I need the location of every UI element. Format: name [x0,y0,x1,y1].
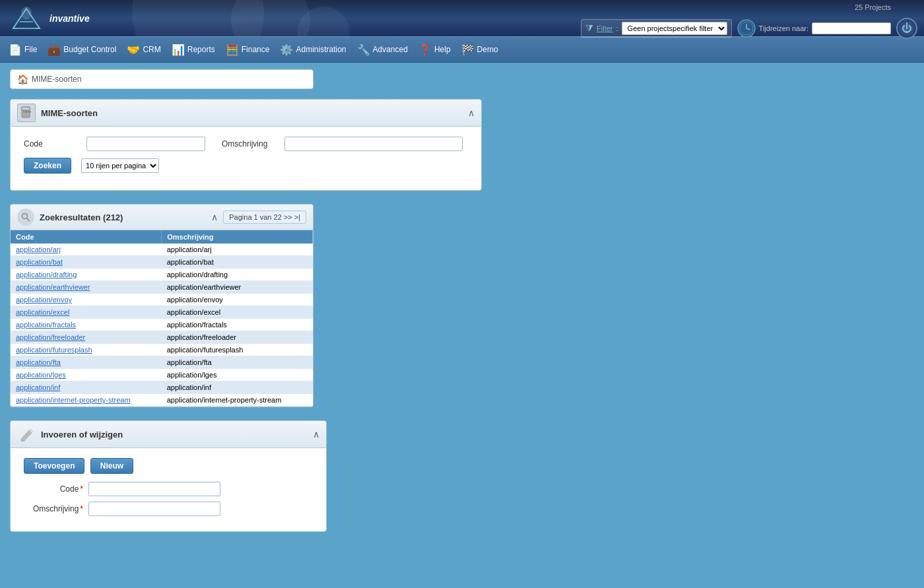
nav-item-budget-control[interactable]: 💼 Budget Control [42,41,121,59]
code-row: Code Omschrijving [24,137,468,151]
row-omschrijving: application/arj [162,244,313,256]
nav-label-file: File [24,45,37,54]
row-omschrijving: application/inf [162,381,313,394]
col-header-omschrijving: Omschrijving [162,230,313,244]
row-code[interactable]: application/inf [16,383,60,391]
action-row: Zoeken 10 rijen per pagina 25 rijen per … [24,158,468,174]
table-row[interactable]: application/envoyapplication/envoy [11,294,313,306]
table-row[interactable]: application/draftingapplication/drafting [11,269,313,281]
row-omschrijving: application/futuresplash [162,344,313,356]
table-row[interactable]: application/internet-property-streamappl… [11,394,313,407]
tijdreizen-section: Tijdreizen naar: [737,19,891,38]
results-table: Code Omschrijving application/arjapplica… [11,230,313,407]
table-row[interactable]: application/excelapplication/excel [11,306,313,319]
row-code[interactable]: application/fractals [16,321,76,329]
edit-panel-body: Toevoegen Nieuw Code* Omschrijving* [11,448,326,531]
nav-item-crm[interactable]: 🤝 CRM [121,41,166,59]
mime-icon: mime [17,104,36,122]
row-omschrijving: application/fta [162,356,313,369]
pagination[interactable]: Pagina 1 van 22 >> >| [223,211,306,224]
results-title: Zoekresultaten (212) [40,212,206,222]
edit-btn-row: Toevoegen Nieuw [24,458,313,474]
rows-per-page-select[interactable]: 10 rijen per pagina 25 rijen per pagina … [81,158,159,173]
top-right-controls: ⧩ Filter : Geen projectspecifiek filter … [581,8,917,39]
omschrijving-search-input[interactable] [284,137,463,151]
edit-panel-header: Invoeren of wijzigen ∧ [11,421,326,448]
svg-point-3 [21,7,32,20]
file-icon: 📄 [9,44,22,56]
table-row[interactable]: application/ftaapplication/fta [11,356,313,369]
row-omschrijving: application/freeloader [162,331,313,344]
power-button[interactable]: ⏻ [896,18,917,39]
search-panel-body: Code Omschrijving Zoeken 10 rijen per pa… [11,127,481,190]
row-code[interactable]: application/earthviewer [16,283,90,291]
table-row[interactable]: application/batapplication/bat [11,256,313,269]
search-panel: mime MIME-soorten ∧ Code Omschrijving Zo… [10,99,482,191]
table-row[interactable]: application/futuresplashapplication/futu… [11,344,313,356]
zoeken-button[interactable]: Zoeken [24,158,71,174]
edit-panel-collapse[interactable]: ∧ [313,429,319,440]
reports-icon: 📊 [172,44,185,56]
row-code[interactable]: application/internet-property-stream [16,396,131,404]
table-row[interactable]: application/lgesapplication/lges [11,369,313,381]
filter-colon: : [616,24,618,32]
nav-item-reports[interactable]: 📊 Reports [166,41,220,59]
table-row[interactable]: application/infapplication/inf [11,381,313,394]
form-code-input[interactable] [88,482,220,496]
demo-icon: 🏁 [461,44,475,56]
results-collapse[interactable]: ∧ [211,212,218,222]
tijdreizen-input[interactable] [812,22,891,34]
nav-label-advanced: Advanced [373,45,408,54]
row-code[interactable]: application/fta [16,358,61,366]
row-code[interactable]: application/futuresplash [16,346,92,354]
nav-item-administration[interactable]: ⚙️ Administration [275,41,351,59]
row-code[interactable]: application/drafting [16,271,77,278]
search-panel-collapse[interactable]: ∧ [468,108,475,118]
advanced-icon: 🔧 [357,44,370,56]
nav-item-help[interactable]: ❓ Help [413,41,456,59]
nav-label-administration: Administration [296,45,346,54]
code-search-input[interactable] [86,137,205,151]
nav-item-file[interactable]: 📄 File [3,41,42,59]
row-code[interactable]: application/envoy [16,296,72,304]
table-row[interactable]: application/arjapplication/arj [11,244,313,256]
home-icon[interactable]: 🏠 [17,74,28,84]
code-label: Code [24,139,77,148]
table-row[interactable]: application/freeloaderapplication/freelo… [11,331,313,344]
row-omschrijving: application/internet-property-stream [162,394,313,407]
table-row[interactable]: application/fractalsapplication/fractals [11,319,313,331]
filter-icon: ⧩ [585,22,593,34]
edit-panel: Invoeren of wijzigen ∧ Toevoegen Nieuw C… [10,420,327,532]
nav-item-advanced[interactable]: 🔧 Advanced [352,41,413,59]
form-code-label: Code* [24,484,83,494]
row-omschrijving: application/lges [162,369,313,381]
col-header-code: Code [11,230,162,244]
code-required-star: * [80,484,83,494]
logo-area: invantive [7,5,90,32]
tijdreizen-label: Tijdreizen naar: [759,24,808,32]
toevoegen-button[interactable]: Toevoegen [24,458,84,474]
row-code[interactable]: application/lges [16,371,66,379]
nav-item-finance[interactable]: 🧮 Finance [220,41,275,59]
row-code[interactable]: application/excel [16,308,69,316]
help-icon: ❓ [418,44,432,56]
nieuw-button[interactable]: Nieuw [90,458,133,474]
logo-icon [7,5,46,32]
filter-link[interactable]: Filter [597,24,612,32]
crm-icon: 🤝 [127,44,140,56]
breadcrumb-text: MIME-soorten [32,75,81,84]
row-omschrijving: application/bat [162,256,313,269]
filter-section: ⧩ Filter : Geen projectspecifiek filter [581,19,732,38]
row-code[interactable]: application/freeloader [16,333,85,341]
nav-label-finance: Finance [242,45,270,54]
filter-select[interactable]: Geen projectspecifiek filter [622,22,727,35]
form-omschrijving-input[interactable] [88,502,220,516]
logo-text: invantive [50,13,90,24]
nav-item-demo[interactable]: 🏁 Demo [456,41,504,59]
code-form-row: Code* [24,482,313,496]
nav-label-demo: Demo [477,45,498,54]
row-code[interactable]: application/bat [16,258,63,266]
row-code[interactable]: application/arj [16,245,61,253]
table-row[interactable]: application/earthviewerapplication/earth… [11,281,313,294]
nav-label-help: Help [434,45,451,54]
